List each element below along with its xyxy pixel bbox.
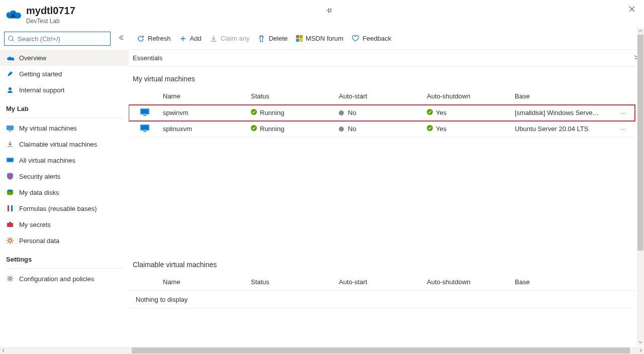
support-icon: [6, 86, 14, 94]
essentials-label: Essentials: [133, 54, 162, 62]
download-icon: [210, 35, 218, 43]
svg-rect-8: [11, 205, 13, 211]
sidebar-item-label: Formulas (reusable bases): [19, 205, 97, 212]
cell-base: [smalldisk] Windows Serve…: [515, 109, 616, 116]
svg-point-12: [9, 278, 12, 280]
col-auto-start[interactable]: Auto-start: [339, 92, 427, 100]
col-name[interactable]: Name: [163, 92, 251, 100]
col-status[interactable]: Status: [251, 278, 339, 286]
sidebar-section-mylab: My Lab: [0, 98, 129, 115]
horizontal-scrollbar[interactable]: [0, 347, 644, 354]
sidebar-item-label: Overview: [19, 54, 46, 62]
devtestlab-icon: [5, 5, 21, 21]
main-content: Refresh Add Claim any Delete MSDN forum: [129, 28, 644, 352]
add-button[interactable]: Add: [175, 31, 206, 47]
row-more-button[interactable]: ···: [616, 109, 631, 116]
table-row[interactable]: spwinvmRunningNoYes[smalldisk] Windows S…: [129, 105, 635, 121]
scroll-right-arrow[interactable]: [637, 347, 644, 354]
sidebar-item-personal[interactable]: Personal data: [0, 232, 129, 249]
sidebar-item-my-vms[interactable]: My virtual machines: [0, 120, 129, 136]
vm-icon: [140, 123, 150, 135]
scrollbar-thumb[interactable]: [637, 35, 643, 251]
search-icon: [8, 35, 15, 42]
cloud-icon: [6, 54, 14, 62]
sidebar-item-label: All virtual machines: [19, 157, 75, 164]
search-input[interactable]: [18, 35, 107, 43]
scroll-down-arrow[interactable]: [637, 338, 644, 345]
row-more-button[interactable]: ···: [616, 125, 631, 133]
microsoft-icon: [296, 35, 303, 42]
sidebar-item-label: My data disks: [19, 189, 59, 196]
col-auto-shutdown[interactable]: Auto-shutdown: [427, 92, 515, 100]
refresh-icon: [137, 35, 145, 43]
status-dot-icon: [339, 110, 344, 115]
cell-base: Ubuntu Server 20.04 LTS: [515, 125, 616, 133]
col-base[interactable]: Base: [515, 92, 616, 100]
sidebar-item-overview[interactable]: Overview: [0, 50, 129, 66]
formula-icon: [6, 204, 14, 212]
sidebar: Overview Getting started Internal suppor…: [0, 28, 129, 352]
grid-header: Name Status Auto-start Auto-shutdown Bas…: [129, 274, 635, 291]
rocket-icon: [6, 70, 14, 78]
refresh-button[interactable]: Refresh: [133, 31, 175, 47]
claimable-heading: Claimable virtual machines: [129, 253, 635, 274]
cell-auto-start: No: [339, 109, 427, 116]
sidebar-item-config[interactable]: Configuration and policies: [0, 271, 129, 287]
close-button[interactable]: [628, 5, 636, 15]
sidebar-item-formulas[interactable]: Formulas (reusable bases): [0, 200, 129, 216]
divider: [6, 268, 123, 269]
sidebar-item-label: Getting started: [19, 70, 62, 78]
delete-button[interactable]: Delete: [253, 31, 292, 47]
sidebar-item-label: Internal support: [19, 86, 64, 94]
my-vms-grid: Name Status Auto-start Auto-shutdown Bas…: [129, 88, 635, 137]
col-status[interactable]: Status: [251, 92, 339, 100]
sidebar-item-label: Security alerts: [19, 173, 60, 180]
page-title: mydtl0717: [26, 5, 321, 17]
empty-state: Nothing to display: [129, 291, 635, 309]
msdn-button[interactable]: MSDN forum: [292, 31, 347, 47]
col-auto-shutdown[interactable]: Auto-shutdown: [427, 278, 515, 286]
sidebar-item-security[interactable]: Security alerts: [0, 168, 129, 184]
feedback-button[interactable]: Feedback: [347, 31, 395, 47]
plus-icon: [179, 35, 187, 43]
sidebar-item-label: Personal data: [19, 237, 59, 245]
scrollbar-thumb[interactable]: [132, 347, 630, 353]
button-label: Feedback: [362, 35, 391, 42]
button-label: Add: [190, 35, 202, 42]
sidebar-item-internal-support[interactable]: Internal support: [0, 82, 129, 98]
grid-header: Name Status Auto-start Auto-shutdown Bas…: [129, 88, 635, 105]
cell-status: Running: [251, 125, 339, 133]
toolbar: Refresh Add Claim any Delete MSDN forum: [129, 28, 644, 50]
vertical-scrollbar[interactable]: [637, 28, 644, 345]
svg-rect-3: [9, 131, 12, 132]
vm-icon: [6, 124, 14, 132]
col-name[interactable]: Name: [163, 278, 251, 286]
sidebar-item-label: My secrets: [19, 221, 51, 228]
scroll-left-arrow[interactable]: [0, 347, 7, 354]
status-check-icon: [251, 125, 257, 133]
shield-icon: [6, 172, 14, 180]
vm-icon: [140, 107, 150, 119]
col-base[interactable]: Base: [515, 278, 616, 286]
cell-auto-shutdown: Yes: [427, 125, 515, 133]
status-dot-icon: [339, 127, 344, 132]
sidebar-item-disks[interactable]: My data disks: [0, 184, 129, 200]
cell-auto-start: No: [339, 125, 427, 133]
collapse-sidebar-button[interactable]: [118, 34, 125, 43]
essentials-bar[interactable]: Essentials: [129, 50, 644, 67]
pin-button[interactable]: [326, 7, 333, 16]
table-row[interactable]: splinuxvmRunningNoYesUbuntu Server 20.04…: [129, 121, 635, 137]
search-box[interactable]: [4, 32, 111, 46]
svg-rect-20: [143, 131, 146, 132]
sidebar-item-secrets[interactable]: My secrets: [0, 216, 129, 232]
svg-point-6: [7, 190, 13, 192]
sidebar-item-all-vms[interactable]: All virtual machines: [0, 152, 129, 168]
sidebar-item-claimable[interactable]: Claimable virtual machines: [0, 136, 129, 152]
button-label: Claim any: [221, 35, 250, 42]
col-auto-start[interactable]: Auto-start: [339, 278, 427, 286]
scroll-up-arrow[interactable]: [637, 28, 644, 35]
svg-rect-7: [8, 205, 9, 211]
trash-icon: [257, 35, 265, 43]
disk-icon: [6, 188, 14, 196]
sidebar-item-getting-started[interactable]: Getting started: [0, 66, 129, 82]
